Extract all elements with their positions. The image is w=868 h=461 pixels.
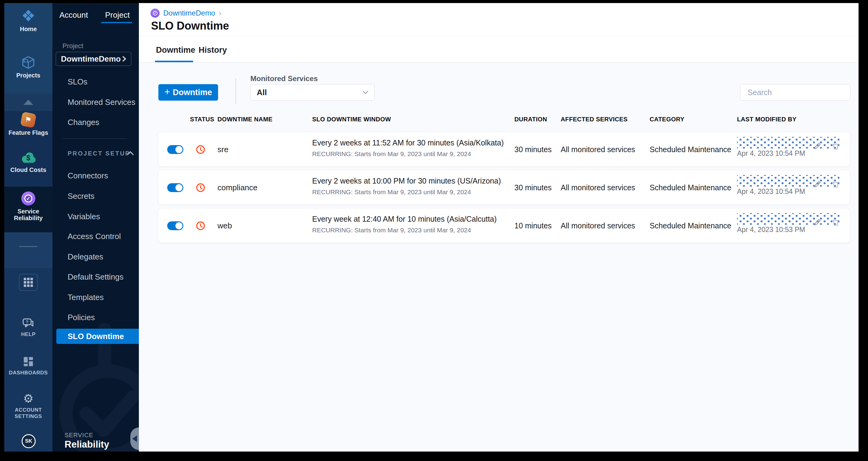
nav-divider [63, 138, 127, 139]
nav-item-policies[interactable]: Policies [68, 313, 95, 322]
row-affected-services: All monitored services [561, 170, 635, 205]
col-status: STATUS [190, 116, 214, 123]
row-status-toggle[interactable] [167, 145, 183, 154]
nav-item-access-control[interactable]: Access Control [68, 232, 121, 241]
active-page-tab-underline [155, 61, 193, 62]
section-project-setup[interactable]: PROJECT SETUP [68, 150, 130, 157]
sidebar-item-dashboards[interactable]: DASHBOARDS [4, 356, 52, 376]
breadcrumb-project-link[interactable]: DowntimeDemo [163, 9, 215, 18]
main-content: ✓ DowntimeDemo › SLO Downtime Downtime H… [139, 3, 859, 452]
row-status-toggle[interactable] [167, 183, 183, 192]
nav-item-secrets[interactable]: Secrets [68, 192, 94, 201]
nav-item-changes[interactable]: Changes [68, 118, 99, 127]
nav-item-slo-downtime-selected[interactable]: SLO Downtime [56, 329, 139, 344]
tab-account[interactable]: Account [59, 10, 88, 20]
project-selector-value: DowntimeDemo [61, 54, 122, 64]
sidebar-item-cloud-costs[interactable]: $ Cloud Costs [4, 152, 52, 173]
search-box [740, 84, 850, 100]
chevron-down-icon [362, 90, 369, 94]
project-selector[interactable]: DowntimeDemo [56, 52, 131, 66]
page-tabs: Downtime History [139, 36, 859, 62]
col-duration: DURATION [515, 116, 547, 123]
row-status-toggle[interactable] [167, 221, 183, 230]
monitored-services-dropdown[interactable]: All [250, 84, 375, 100]
new-downtime-button-label: Downtime [173, 88, 212, 97]
nav-item-connectors[interactable]: Connectors [68, 171, 108, 180]
module-sidebar: ❖ Home Projects ⚑ Feature Flags [4, 3, 52, 452]
breadcrumb-project-icon: ✓ [151, 8, 160, 18]
sidebar-item-home[interactable]: ❖ Home [4, 8, 52, 32]
tab-history[interactable]: History [198, 46, 227, 55]
row-name: sre [217, 132, 228, 167]
edit-icon[interactable] [813, 180, 822, 189]
row-modified-timestamp: Apr 4, 2023 10:53 PM [737, 226, 805, 234]
dashboards-label: DASHBOARDS [9, 370, 48, 376]
user-avatar[interactable]: SK [22, 434, 36, 448]
nav-item-slos[interactable]: SLOs [68, 77, 87, 87]
tab-downtime[interactable]: Downtime [156, 46, 195, 55]
redacted-user [737, 137, 839, 148]
row-duration: 30 minutes [515, 132, 552, 167]
account-settings-label-line1: ACCOUNT [14, 407, 42, 413]
table-row: compliance Every 2 weeks at 10:00 PM for… [158, 170, 850, 205]
row-modified-timestamp: Apr 4, 2023 10:54 PM [737, 149, 805, 157]
clock-icon [196, 221, 205, 231]
col-slo-downtime-window: SLO DOWNTIME WINDOW [312, 116, 391, 123]
new-downtime-button[interactable]: + Downtime [158, 84, 218, 100]
projects-icon [21, 56, 35, 69]
sidebar-item-feature-flags[interactable]: ⚑ Feature Flags [4, 113, 52, 136]
active-tab-underline [101, 22, 132, 23]
delete-icon[interactable] [831, 218, 840, 227]
nav-item-monitored-services[interactable]: Monitored Services [68, 97, 135, 107]
svg-text:$: $ [26, 154, 30, 162]
row-window: Every 2 weeks at 10:00 PM for 30 minutes… [312, 176, 501, 196]
col-affected-services: AFFECTED SERVICES [561, 116, 628, 123]
edit-icon[interactable] [813, 218, 822, 227]
nav-item-variables[interactable]: Variables [68, 212, 100, 221]
projects-label: Projects [17, 72, 40, 79]
edit-icon[interactable] [813, 142, 822, 151]
monitored-services-filter-label: Monitored Services [250, 75, 318, 83]
tab-project[interactable]: Project [105, 10, 130, 20]
cloud-costs-icon: $ [21, 152, 36, 164]
col-downtime-name: DOWNTIME NAME [217, 116, 273, 123]
sidebar-item-projects[interactable]: Projects [4, 56, 52, 79]
page-header: ✓ DowntimeDemo › SLO Downtime [139, 3, 859, 36]
section-collapse-icon[interactable] [126, 150, 134, 156]
module-grid-button[interactable] [19, 274, 38, 291]
table-row: web Every week at 12:40 AM for 10 minute… [158, 208, 850, 243]
search-input[interactable] [748, 88, 846, 97]
sidebar-lower-band [4, 232, 52, 268]
nav-item-templates[interactable]: Templates [68, 293, 104, 302]
row-window: Every 2 weeks at 11:52 AM for 30 minutes… [312, 138, 504, 157]
row-window-summary: Every 2 weeks at 11:52 AM for 30 minutes… [312, 138, 504, 147]
nav-collapse-button[interactable] [130, 428, 139, 450]
nav-item-delegates[interactable]: Delegates [68, 252, 103, 262]
chevron-up-icon[interactable] [4, 94, 52, 111]
clock-icon [196, 145, 205, 154]
row-affected-services: All monitored services [561, 132, 635, 167]
row-name: compliance [217, 170, 258, 205]
help-label: HELP [21, 331, 36, 338]
sidebar-item-service-reliability[interactable]: ✓ Service Reliability [4, 192, 52, 221]
sidebar-item-help[interactable]: ? HELP [4, 318, 52, 338]
sidebar-divider [19, 246, 37, 247]
breadcrumb-chevron-icon: › [219, 9, 221, 18]
row-affected-services: All monitored services [561, 208, 635, 243]
redacted-user [737, 213, 839, 225]
nav-item-default-settings[interactable]: Default Settings [68, 272, 124, 282]
row-window-recurrence: RECURRING: Starts from Mar 9, 2023 until… [312, 189, 501, 196]
delete-icon[interactable] [831, 142, 840, 151]
sidebar-item-account-settings[interactable]: ⚙ ACCOUNT SETTINGS [4, 393, 52, 420]
row-duration: 30 minutes [515, 170, 552, 205]
plus-icon: + [164, 86, 170, 97]
monitored-services-dropdown-value: All [257, 88, 362, 97]
row-category: Scheduled Maintenance [650, 170, 731, 205]
row-window-recurrence: RECURRING: Starts from Mar 9, 2023 until… [312, 227, 497, 234]
delete-icon[interactable] [831, 180, 840, 189]
row-window: Every week at 12:40 AM for 10 minutes (A… [312, 214, 497, 234]
home-icon: ❖ [21, 8, 36, 23]
toolbar-divider [236, 78, 236, 104]
project-nav: Account Project Project DowntimeDemo SLO… [52, 3, 139, 452]
nav-footer-title: Reliability [65, 439, 109, 450]
